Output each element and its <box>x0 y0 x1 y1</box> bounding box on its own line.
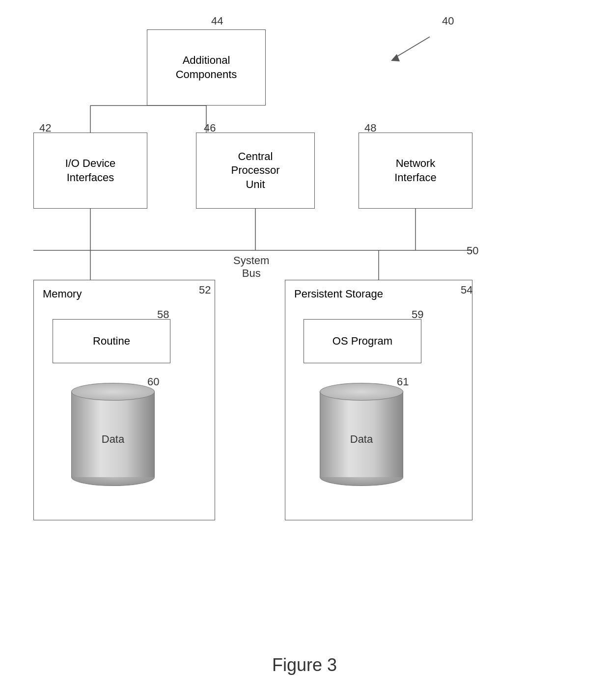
io-device-label: I/O Device Interfaces <box>65 157 116 185</box>
cpu-box: Central Processor Unit <box>196 133 315 209</box>
routine-label: Routine <box>93 334 130 349</box>
ref-48: 48 <box>364 122 376 135</box>
ref-50: 50 <box>467 244 478 257</box>
svg-line-9 <box>393 37 430 59</box>
ref-59: 59 <box>412 308 423 321</box>
data-cylinder-2: Data <box>320 383 403 486</box>
io-device-box: I/O Device Interfaces <box>33 133 147 209</box>
additional-components-label: Additional Components <box>176 54 237 81</box>
ref-58: 58 <box>157 308 169 321</box>
ref-61: 61 <box>397 376 409 388</box>
ref-54: 54 <box>461 284 472 296</box>
routine-box: Routine <box>53 319 170 363</box>
network-interface-label: Network Interface <box>394 157 437 185</box>
ref-44: 44 <box>211 15 223 27</box>
persistent-storage-label: Persistent Storage <box>294 287 383 301</box>
os-program-label: OS Program <box>332 334 392 349</box>
svg-marker-10 <box>391 54 400 61</box>
ref-60: 60 <box>147 376 159 388</box>
system-bus-label: SystemBus <box>233 254 269 280</box>
data-cylinder-1: Data <box>71 383 155 486</box>
cpu-label: Central Processor Unit <box>231 150 279 192</box>
os-program-box: OS Program <box>304 319 421 363</box>
data-cylinder-2-label: Data <box>350 433 373 446</box>
ref-40: 40 <box>442 15 454 27</box>
network-interface-box: Network Interface <box>359 133 472 209</box>
ref-46: 46 <box>204 122 216 135</box>
data-cylinder-1-label: Data <box>102 433 124 446</box>
additional-components-box: Additional Components <box>147 29 266 106</box>
figure-caption: Figure 3 <box>0 655 609 675</box>
ref-42: 42 <box>39 122 51 135</box>
memory-label: Memory <box>43 287 82 301</box>
ref-52: 52 <box>199 284 211 296</box>
diagram: Additional Components I/O Device Interfa… <box>0 0 609 700</box>
